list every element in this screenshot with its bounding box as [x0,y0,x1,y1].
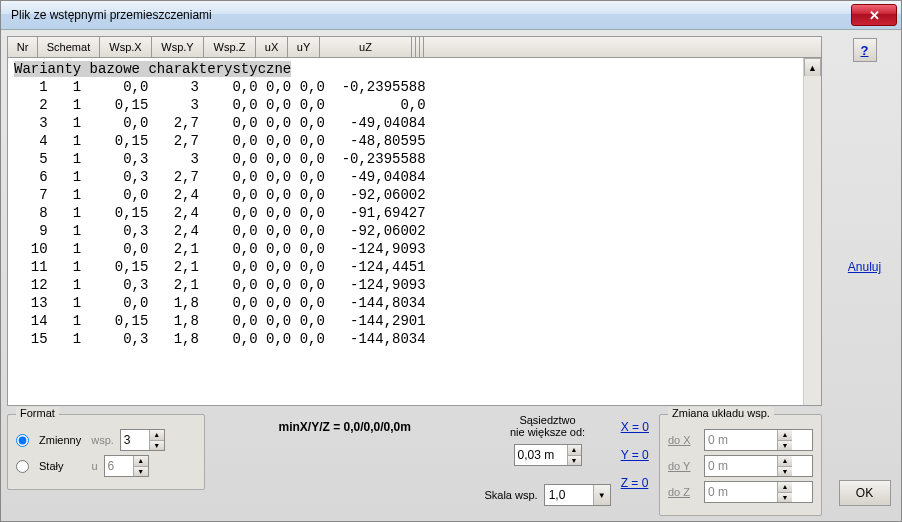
spin-up-icon[interactable]: ▲ [567,445,581,456]
sasiedztwo-l1: Sąsiedztwo [510,414,585,426]
z-zero-link[interactable]: Z = 0 [621,476,649,490]
close-button[interactable]: ✕ [851,4,897,26]
data-text[interactable]: Warianty bazowe charakterystyczne 1 1 0,… [8,58,803,405]
ok-button[interactable]: OK [839,480,891,506]
min-xyz-label: minX/Y/Z = 0,0/0,0/0,0m [215,420,474,434]
zmiana-group: Zmiana układu wsp. do X ▲▼ do Y ▲▼ [659,414,822,516]
sasiedztwo-input[interactable] [515,445,567,465]
spin-down-icon[interactable]: ▼ [777,441,792,451]
u-spinner[interactable]: ▲▼ [104,455,149,477]
spin-down-icon[interactable]: ▼ [133,467,148,477]
spin-up-icon[interactable]: ▲ [149,430,164,441]
spin-up-icon[interactable]: ▲ [777,430,792,441]
zmiana-legend: Zmiana układu wsp. [668,407,774,419]
doy-input[interactable] [705,456,777,476]
doz-label: do Z [668,486,698,498]
x-zero-link[interactable]: X = 0 [621,420,649,434]
skala-label: Skala wsp. [484,489,537,501]
col-nr[interactable]: Nr [8,37,38,57]
format-legend: Format [16,407,59,419]
scroll-up-icon[interactable]: ▲ [804,58,821,76]
col-uz[interactable]: uZ [320,37,412,57]
doz-input[interactable] [705,482,777,502]
spin-down-icon[interactable]: ▼ [777,467,792,477]
sasiedztwo-box: Sąsiedztwo nie większe od: ▲▼ [510,414,585,466]
col-wspx[interactable]: Wsp.X [100,37,152,57]
vertical-scrollbar[interactable]: ▲ [803,58,821,405]
window-title: Plik ze wstępnymi przemieszczeniami [5,8,851,22]
spin-down-icon[interactable]: ▼ [149,441,164,451]
help-button[interactable]: ? [853,38,877,62]
wsp-input[interactable] [121,430,149,450]
wsp-spinner[interactable]: ▲▼ [120,429,165,451]
column-header-row: Nr Schemat Wsp.X Wsp.Y Wsp.Z uX uY uZ [7,36,822,58]
spin-up-icon[interactable]: ▲ [133,456,148,467]
col-uy[interactable]: uY [288,37,320,57]
spin-up-icon[interactable]: ▲ [777,456,792,467]
dox-spinner[interactable]: ▲▼ [704,429,813,451]
col-wspy[interactable]: Wsp.Y [152,37,204,57]
skala-combo[interactable]: ▼ [544,484,611,506]
sasiedztwo-spinner[interactable]: ▲▼ [514,444,582,466]
u-input[interactable] [105,456,133,476]
dox-label: do X [668,434,698,446]
col-wspz[interactable]: Wsp.Z [204,37,256,57]
data-area: Warianty bazowe charakterystyczne 1 1 0,… [7,58,822,406]
spin-down-icon[interactable]: ▼ [777,493,792,503]
zero-links: X = 0 Y = 0 Z = 0 [621,414,649,490]
skala-input[interactable] [545,485,593,505]
anuluj-link[interactable]: Anuluj [848,260,881,274]
sasiedztwo-l2: nie większe od: [510,426,585,438]
staly-label: Stały [39,460,63,472]
format-group: Format Zmienny wsp. ▲▼ Stały u [7,414,205,490]
u-label: u [91,460,97,472]
col-schemat[interactable]: Schemat [38,37,100,57]
dropdown-icon[interactable]: ▼ [593,485,610,505]
y-zero-link[interactable]: Y = 0 [621,448,649,462]
col-ux[interactable]: uX [256,37,288,57]
spin-up-icon[interactable]: ▲ [777,482,792,493]
dox-input[interactable] [705,430,777,450]
close-icon: ✕ [869,8,880,23]
titlebar: Plik ze wstępnymi przemieszczeniami ✕ [1,1,901,30]
doz-spinner[interactable]: ▲▼ [704,481,813,503]
staly-radio[interactable] [16,460,29,473]
wsp-label: wsp. [91,434,114,446]
doy-label: do Y [668,460,698,472]
zmienny-radio[interactable] [16,434,29,447]
doy-spinner[interactable]: ▲▼ [704,455,813,477]
zmienny-label: Zmienny [39,434,81,446]
spin-down-icon[interactable]: ▼ [567,456,581,466]
col-blank [424,37,821,57]
